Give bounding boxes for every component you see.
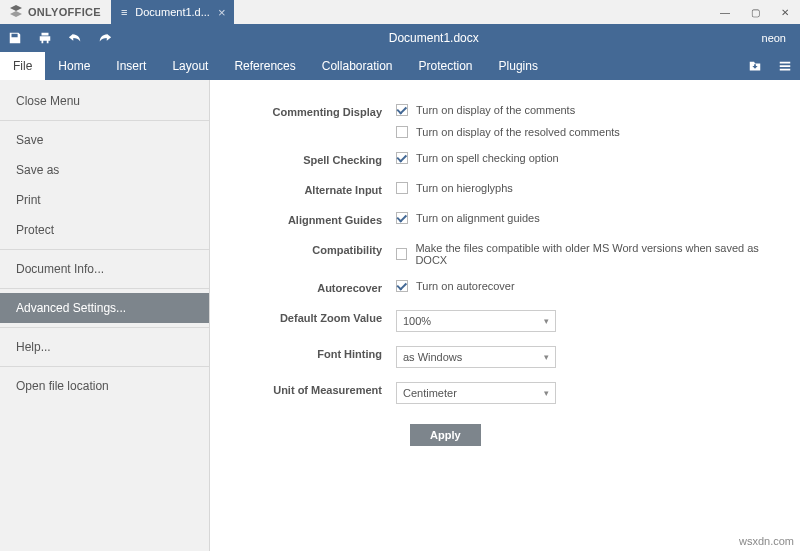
label-unit-measurement: Unit of Measurement <box>210 382 396 398</box>
option-compatibility: Make the files compatible with older MS … <box>415 242 772 266</box>
tab-close-icon[interactable]: × <box>218 5 226 20</box>
select-default-zoom[interactable]: 100%▾ <box>396 310 556 332</box>
redo-icon[interactable] <box>90 24 120 52</box>
menu-references[interactable]: References <box>221 52 308 80</box>
option-spell-checking: Turn on spell checking option <box>416 152 559 164</box>
minimize-button[interactable]: — <box>710 0 740 24</box>
checkbox-autorecover[interactable] <box>396 280 408 292</box>
tab-menu-icon: ≡ <box>121 6 127 18</box>
checkbox-compatibility[interactable] <box>396 248 407 260</box>
document-title: Document1.docx <box>120 31 748 45</box>
save-icon[interactable] <box>0 24 30 52</box>
close-button[interactable]: ✕ <box>770 0 800 24</box>
menu-plugins[interactable]: Plugins <box>486 52 551 80</box>
panel-menu-icon[interactable] <box>770 52 800 80</box>
label-spell-checking: Spell Checking <box>210 152 396 168</box>
user-label: neon <box>748 32 800 44</box>
brand-icon <box>10 5 22 19</box>
sidebar-open-file-location[interactable]: Open file location <box>0 371 209 401</box>
sidebar-close-menu[interactable]: Close Menu <box>0 86 209 116</box>
menu-insert[interactable]: Insert <box>103 52 159 80</box>
watermark: wsxdn.com <box>739 535 794 547</box>
sidebar-save-as[interactable]: Save as <box>0 155 209 185</box>
file-sidebar: Close Menu Save Save as Print Protect Do… <box>0 80 210 551</box>
sidebar-help[interactable]: Help... <box>0 332 209 362</box>
sidebar-print[interactable]: Print <box>0 185 209 215</box>
label-default-zoom: Default Zoom Value <box>210 310 396 326</box>
checkbox-alignment-guides[interactable] <box>396 212 408 224</box>
label-autorecover: Autorecover <box>210 280 396 296</box>
menu-file[interactable]: File <box>0 52 45 80</box>
brand-label: ONLYOFFICE <box>28 6 101 18</box>
option-comments-display: Turn on display of the comments <box>416 104 575 116</box>
menu-layout[interactable]: Layout <box>159 52 221 80</box>
window-controls: — ▢ ✕ <box>710 0 800 24</box>
select-unit-measurement[interactable]: Centimeter▾ <box>396 382 556 404</box>
sidebar-advanced-settings[interactable]: Advanced Settings... <box>0 293 209 323</box>
brand: ONLYOFFICE <box>0 0 111 24</box>
checkbox-comments-display[interactable] <box>396 104 408 116</box>
settings-panel: Commenting Display Turn on display of th… <box>210 80 800 551</box>
maximize-button[interactable]: ▢ <box>740 0 770 24</box>
label-alternate-input: Alternate Input <box>210 182 396 198</box>
tab-label: Document1.d... <box>135 6 210 18</box>
chevron-down-icon: ▾ <box>544 352 549 362</box>
chevron-down-icon: ▾ <box>544 316 549 326</box>
sidebar-save[interactable]: Save <box>0 125 209 155</box>
print-icon[interactable] <box>30 24 60 52</box>
label-commenting-display: Commenting Display <box>210 104 396 120</box>
chevron-down-icon: ▾ <box>544 388 549 398</box>
svg-marker-0 <box>10 5 22 11</box>
label-font-hinting: Font Hinting <box>210 346 396 362</box>
checkbox-spell-checking[interactable] <box>396 152 408 164</box>
checkbox-alternate-input[interactable] <box>396 182 408 194</box>
select-font-hinting-value: as Windows <box>403 351 462 363</box>
menu-collaboration[interactable]: Collaboration <box>309 52 406 80</box>
option-autorecover: Turn on autorecover <box>416 280 515 292</box>
quick-toolbar: Document1.docx neon <box>0 24 800 52</box>
apply-button[interactable]: Apply <box>410 424 481 446</box>
menu-home[interactable]: Home <box>45 52 103 80</box>
label-compatibility: Compatibility <box>210 242 396 258</box>
menu-bar: File Home Insert Layout References Colla… <box>0 52 800 80</box>
sidebar-protect[interactable]: Protect <box>0 215 209 245</box>
title-bar: ONLYOFFICE ≡ Document1.d... × — ▢ ✕ <box>0 0 800 24</box>
label-alignment-guides: Alignment Guides <box>210 212 396 228</box>
select-font-hinting[interactable]: as Windows▾ <box>396 346 556 368</box>
checkbox-resolved-comments[interactable] <box>396 126 408 138</box>
document-tab[interactable]: ≡ Document1.d... × <box>111 0 234 24</box>
undo-icon[interactable] <box>60 24 90 52</box>
option-alternate-input: Turn on hieroglyphs <box>416 182 513 194</box>
sidebar-document-info[interactable]: Document Info... <box>0 254 209 284</box>
select-unit-value: Centimeter <box>403 387 457 399</box>
open-location-icon[interactable] <box>740 52 770 80</box>
option-alignment-guides: Turn on alignment guides <box>416 212 540 224</box>
menu-protection[interactable]: Protection <box>406 52 486 80</box>
svg-marker-1 <box>10 11 22 17</box>
option-resolved-comments: Turn on display of the resolved comments <box>416 126 620 138</box>
select-default-zoom-value: 100% <box>403 315 431 327</box>
